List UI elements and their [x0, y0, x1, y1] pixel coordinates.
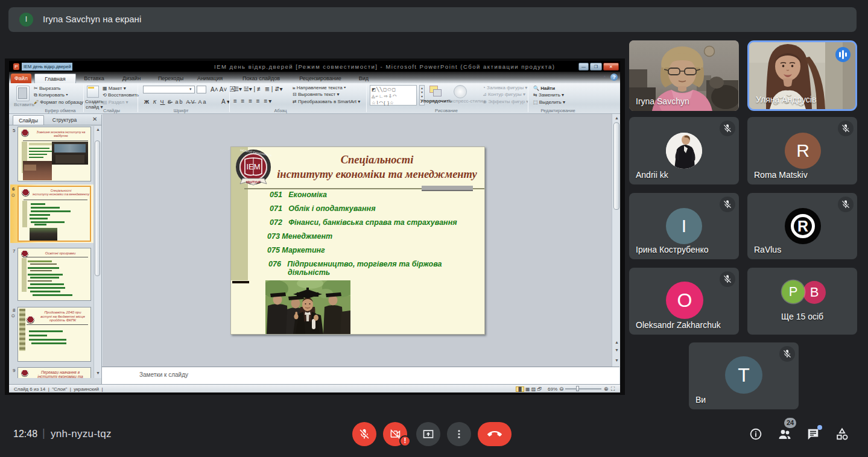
svg-text:R: R	[797, 218, 808, 235]
svg-text:ІФНТУНГ: ІФНТУНГ	[246, 180, 261, 184]
svg-text:IEM: IEM	[246, 162, 260, 171]
